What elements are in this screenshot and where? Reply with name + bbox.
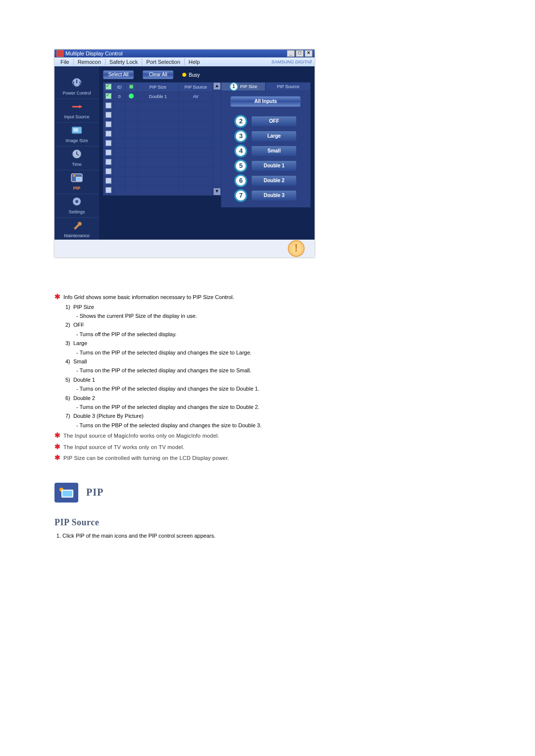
row-checkbox[interactable] (106, 140, 111, 146)
svg-point-8 (73, 175, 75, 177)
close-button[interactable]: × (305, 50, 313, 57)
row-checkbox[interactable] (106, 102, 111, 108)
svg-marker-2 (79, 105, 82, 108)
row-checkbox[interactable] (106, 159, 111, 165)
doc-intro: Info Grid shows some basic information n… (63, 294, 234, 300)
tab-pip-source[interactable]: PIP Source (266, 82, 311, 91)
menu-safety-lock[interactable]: Safety Lock (106, 59, 142, 65)
app-icon (56, 50, 63, 57)
row-checkbox[interactable] (106, 168, 111, 174)
pip-section-icon (54, 483, 78, 503)
window-title: Multiple Display Control (65, 50, 123, 56)
main-area: Select All Clear All Busy ID PIP Size (99, 66, 315, 240)
option-small[interactable]: Small (251, 146, 297, 156)
sidebar-label: Settings (69, 209, 85, 214)
option-double-3[interactable]: Double 3 (251, 190, 297, 201)
table-row[interactable] (104, 139, 213, 149)
table-row[interactable] (104, 177, 213, 186)
app-window: Multiple Display Control _ □ × File Remo… (54, 50, 315, 257)
all-inputs-button[interactable]: All Inputs (230, 96, 301, 107)
callout-3: 3 (234, 130, 247, 143)
sidebar-label: Time (72, 162, 82, 167)
svg-rect-1 (72, 106, 79, 107)
row-checkbox[interactable] (106, 131, 111, 137)
cell-pip-size: Double 1 (137, 92, 178, 101)
doc-text: ✱Info Grid shows some basic information … (54, 292, 362, 539)
scroll-down-icon[interactable]: ▼ (214, 188, 220, 195)
col-status (125, 83, 137, 92)
sidebar-item-pip[interactable]: PIP (54, 170, 99, 194)
info-grid: ID PIP Size PIP Source 0 Double 1 AV (103, 82, 221, 196)
sidebar-item-input-source[interactable]: Input Source (54, 99, 99, 123)
minimize-button[interactable]: _ (287, 50, 295, 57)
sidebar-item-maintenance[interactable]: Maintenance (54, 218, 99, 241)
table-row[interactable] (104, 149, 213, 158)
option-off[interactable]: OFF (251, 116, 297, 127)
scroll-up-icon[interactable]: ▲ (214, 83, 220, 90)
row-checkbox[interactable] (106, 187, 111, 193)
scrollbar[interactable]: ▲ ▼ (213, 82, 220, 196)
table-row[interactable] (104, 186, 213, 196)
row-checkbox[interactable] (106, 121, 111, 127)
sidebar-item-settings[interactable]: Settings (54, 194, 99, 218)
sidebar: Power Control Input Source Image Size Ti… (54, 66, 99, 240)
star-icon: ✱ (54, 443, 63, 451)
step-1: Click PIP of the main icons and the PIP … (62, 533, 362, 539)
callout-6: 6 (234, 174, 247, 187)
svg-rect-11 (129, 85, 133, 89)
sidebar-item-time[interactable]: Time (54, 147, 99, 170)
menu-file[interactable]: File (56, 59, 73, 65)
callout-5: 5 (234, 159, 247, 172)
table-row[interactable] (104, 158, 213, 167)
table-row[interactable] (104, 111, 213, 120)
col-pip-size: PIP Size (137, 83, 178, 92)
section-title: PIP (86, 487, 104, 498)
menu-bar: File Remocon Safety Lock Port Selection … (54, 57, 315, 66)
callout-7: 7 (234, 189, 247, 202)
callout-2: 2 (234, 115, 247, 128)
table-row[interactable]: 0 Double 1 AV (104, 92, 213, 101)
menu-port-selection[interactable]: Port Selection (142, 59, 184, 65)
row-checkbox[interactable] (106, 112, 111, 118)
svg-rect-4 (73, 128, 78, 132)
sidebar-label: Image Size (65, 138, 88, 143)
option-double-2[interactable]: Double 2 (251, 175, 297, 186)
window-titlebar[interactable]: Multiple Display Control _ □ × (54, 50, 315, 57)
cell-pip-source: AV (178, 92, 213, 101)
tab-pip-size[interactable]: 1 PIP Size (221, 82, 266, 91)
sidebar-label: Maintenance (64, 233, 90, 238)
pip-icon (68, 172, 85, 185)
busy-label: Busy (189, 72, 200, 78)
menu-remocon[interactable]: Remocon (74, 59, 105, 65)
maximize-button[interactable]: □ (296, 50, 304, 57)
option-double-1[interactable]: Double 1 (251, 160, 297, 171)
option-large[interactable]: Large (251, 131, 297, 142)
cell-id: 0 (113, 92, 125, 101)
sidebar-item-image-size[interactable]: Image Size (54, 123, 99, 147)
section-pip: PIP (54, 483, 362, 503)
table-row[interactable] (104, 101, 213, 111)
table-row[interactable] (104, 130, 213, 139)
sidebar-label: Input Source (64, 114, 89, 119)
sidebar-label: Power Control (62, 91, 91, 96)
sidebar-label: PIP (73, 186, 81, 191)
select-all-button[interactable]: Select All (103, 70, 134, 79)
row-checkbox[interactable] (106, 150, 111, 155)
col-id: ID (113, 83, 125, 92)
menu-help[interactable]: Help (185, 59, 204, 65)
col-pip-source: PIP Source (178, 83, 213, 92)
wrench-icon (68, 219, 85, 232)
col-check[interactable] (104, 83, 113, 92)
callout-4: 4 (234, 145, 247, 157)
table-row[interactable] (104, 167, 213, 177)
warning-icon: ! (288, 240, 305, 257)
clear-all-button[interactable]: Clear All (143, 70, 173, 79)
table-row[interactable] (104, 120, 213, 130)
sidebar-item-power-control[interactable]: Power Control (54, 75, 99, 99)
brand-label: SAMSUNG DIGITAll (271, 59, 315, 64)
sub-heading: PIP Source (54, 517, 362, 528)
row-checkbox[interactable] (106, 93, 111, 99)
gear-icon (68, 196, 85, 208)
status-dot-icon (129, 94, 134, 99)
row-checkbox[interactable] (106, 178, 111, 184)
